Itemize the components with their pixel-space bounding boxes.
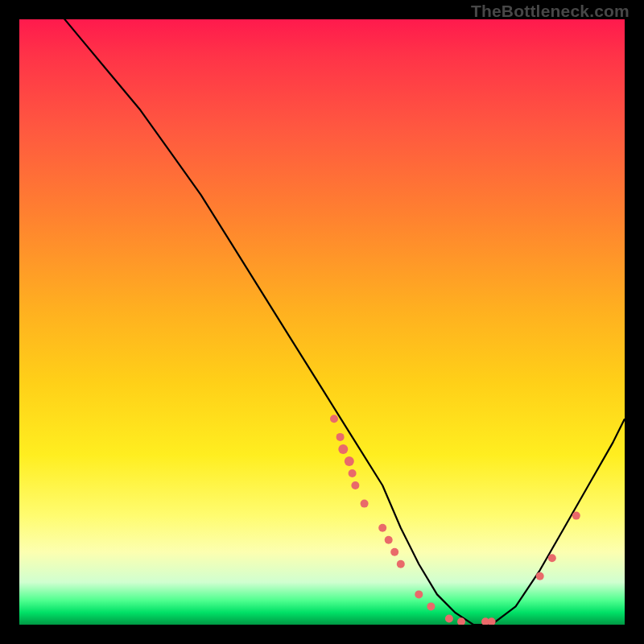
chart-plot-area	[19, 19, 625, 625]
data-point	[488, 617, 496, 625]
data-point	[336, 433, 345, 441]
data-point	[361, 500, 369, 508]
data-point	[536, 572, 544, 580]
data-point	[345, 456, 354, 466]
chart-svg	[19, 19, 625, 625]
data-point	[572, 512, 580, 520]
bottleneck-curve	[19, 19, 625, 625]
data-point	[330, 415, 338, 423]
data-point	[385, 536, 393, 544]
data-point	[548, 554, 556, 562]
data-point	[445, 615, 453, 623]
chart-frame	[19, 19, 625, 625]
data-point	[390, 548, 398, 556]
data-point	[349, 469, 357, 477]
data-point	[338, 444, 348, 454]
data-point	[378, 524, 386, 532]
data-point	[397, 560, 405, 568]
data-point	[427, 602, 435, 610]
data-point	[415, 590, 423, 598]
attribution-text: TheBottleneck.com	[471, 2, 630, 21]
data-point	[351, 481, 359, 489]
